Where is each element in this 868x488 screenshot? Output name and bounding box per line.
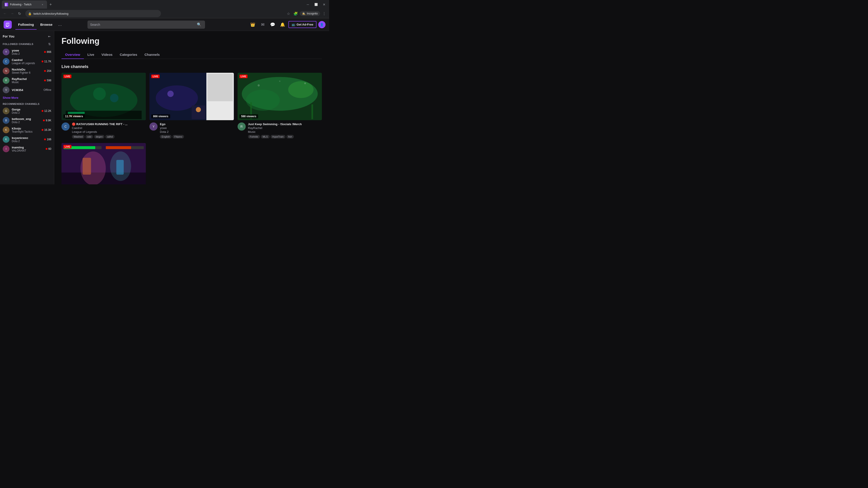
window-minimize-button[interactable]: ─ (305, 1, 311, 8)
get-ad-free-button[interactable]: 📺 Get Ad-Free (288, 21, 316, 28)
tabs-nav: Overview Live Videos Categories Channels (61, 51, 322, 59)
card-tag-fish[interactable]: fish (286, 135, 294, 138)
tab-videos[interactable]: Videos (98, 51, 116, 59)
card-streamer-name-rayrachel: RayRachel (248, 126, 322, 130)
live-dot-inamiing (46, 148, 48, 150)
channel-name-kuyanicwxc: kuyanicwxc (12, 136, 42, 140)
svg-point-14 (196, 107, 201, 112)
incognito-button[interactable]: 🕵 Incognito (300, 11, 320, 16)
channel-info-nuckledu: NuckleDu Street Fighter 6 (12, 68, 42, 74)
notification-button[interactable]: 🔔 (278, 21, 287, 29)
card-stream-title-caedrel: 🔴 RATAYUSI69 RUNNING THE RIFT - ... (72, 123, 146, 126)
card-tag-english[interactable]: English (160, 135, 172, 138)
channel-game-k3soju: Teamfight Tactics (12, 130, 39, 133)
sidebar-channel-yowe[interactable]: Y yowe Dota 2 866 (0, 47, 54, 57)
channel-game-nuckledu: Street Fighter 6 (12, 71, 42, 74)
window-close-button[interactable]: ✕ (321, 1, 327, 8)
channel-card-yowe[interactable]: LIVE 866 viewers Y Ego yowe Dota 2 Engli… (149, 73, 234, 139)
address-text: twitch.tv/directory/following (33, 12, 158, 15)
channel-name-gorge: Gorge (12, 108, 39, 111)
sidebar-channel-inamiing[interactable]: I inamiing VALORANT 60 (0, 144, 54, 154)
live-dot-betboom (43, 120, 45, 121)
svg-point-21 (279, 80, 281, 82)
sidebar-channel-caedrel[interactable]: C Caedrel League of Legends 11.7K (0, 57, 54, 66)
sidebar-channel-rayrachel[interactable]: R RayRachel Music 598 (0, 76, 54, 85)
nav-following[interactable]: Following (16, 21, 37, 28)
card-tag-xdd[interactable]: xdd (86, 135, 93, 138)
tab-overview[interactable]: Overview (61, 51, 84, 59)
channel-game-caedrel: League of Legends (12, 62, 39, 65)
sidebar-channel-gorge[interactable]: G Gorge Dota 2 12.2K (0, 106, 54, 116)
nav-more-button[interactable]: … (56, 21, 64, 28)
card-tag-filipino[interactable]: Filipino (173, 135, 184, 138)
window-maximize-button[interactable]: ⬜ (313, 1, 319, 8)
channel-info-kuyanicwxc: kuyanicwxc Dota 2 (12, 136, 42, 143)
channel-name-inamiing: inamiing (12, 146, 43, 149)
twitch-search: 🔍 (88, 21, 205, 29)
channel-viewers-rayrachel: 598 (44, 79, 51, 82)
bookmark-button[interactable]: ☆ (285, 10, 291, 17)
sidebar: For You ⇤ FOLLOWED CHANNELS ⇅ Y yowe Dot… (0, 31, 54, 184)
card-tag-adhd[interactable]: adhd (105, 135, 114, 138)
channel-card-rayrachel[interactable]: LIVE 598 viewers R Just Keep Swimming - … (238, 73, 322, 139)
page-title: Following (61, 36, 322, 46)
forward-button[interactable]: → (9, 10, 16, 17)
new-tab-button[interactable]: + (48, 1, 54, 8)
refresh-button[interactable]: ↻ (16, 10, 23, 17)
browser-tab[interactable]: ▌ Following - Twitch × (2, 0, 47, 8)
sidebar-channel-k3soju[interactable]: K k3soju Teamfight Tactics 16.3K (0, 125, 54, 135)
channel-card-caedrel[interactable]: LIVE 11.7K viewers C 🔴 RATAYUSI69 RUNNIN… (61, 73, 146, 139)
card-thumb-image-yowe (149, 73, 234, 120)
card-thumbnail-nuckledu: LIVE (61, 143, 146, 184)
search-button[interactable]: 🔍 (196, 22, 202, 27)
viewers-badge-caedrel: 11.7K viewers (63, 114, 85, 119)
sidebar-channel-nuckledu[interactable]: N NuckleDu Street Fighter 6 204 (0, 66, 54, 76)
card-avatar-caedrel: C (61, 123, 70, 131)
card-tag-fortnite[interactable]: Fortnite (248, 135, 260, 138)
back-button[interactable]: ← (2, 10, 8, 17)
channel-info-gorge: Gorge Dota 2 (12, 108, 39, 114)
card-avatar-rayrachel: R (238, 123, 246, 131)
card-tag-hypetrain[interactable]: HypeTrain (271, 135, 285, 138)
sidebar-channel-betboom[interactable]: B betboom_eng Dota 2 9.9K (0, 116, 54, 125)
card-thumbnail-rayrachel: LIVE 598 viewers (238, 73, 322, 120)
crown-button[interactable]: 👑 (249, 21, 257, 29)
user-avatar[interactable]: 👤 (318, 21, 326, 28)
card-tag-degen[interactable]: degen (94, 135, 105, 138)
recommended-channels-title: RECOMMENDED CHANNELS (3, 103, 39, 105)
nav-browse[interactable]: Browse (37, 21, 55, 28)
live-dot-gorge (41, 110, 43, 112)
card-tags-caedrel: Washed xdd degen adhd (72, 135, 146, 138)
search-input[interactable] (90, 23, 194, 26)
sidebar-channel-vcm354[interactable]: V VCM354 Offline (0, 85, 54, 95)
card-tag-mls[interactable]: MLS (261, 135, 270, 138)
sidebar-channel-kuyanicwxc[interactable]: K kuyanicwxc Dota 2 166 (0, 135, 54, 144)
svg-rect-34 (106, 146, 131, 149)
tab-close-button[interactable]: × (41, 3, 44, 6)
address-bar[interactable]: 🔒 twitch.tv/directory/following (25, 10, 161, 17)
svg-point-19 (288, 81, 313, 98)
tab-categories[interactable]: Categories (116, 51, 141, 59)
collapse-sidebar-button[interactable]: ⇤ (48, 34, 51, 39)
search-container: 🔍 (88, 21, 205, 29)
twitch-logo[interactable] (4, 21, 12, 29)
extensions-button[interactable]: 🧩 (292, 10, 299, 17)
chat-button[interactable]: 💬 (269, 21, 277, 29)
tab-channels[interactable]: Channels (141, 51, 163, 59)
tv-icon: 📺 (291, 23, 295, 26)
browser-menu-button[interactable]: ⋮ (321, 10, 327, 17)
sort-channels-button[interactable]: ⇅ (48, 42, 51, 46)
card-tag-washed[interactable]: Washed (72, 135, 85, 138)
viewers-badge-rayrachel: 598 viewers (239, 114, 258, 119)
live-channels-grid-2: LIVE (61, 143, 322, 184)
card-details-yowe: Ego yowe Dota 2 English Filipino (160, 123, 234, 138)
channel-info-inamiing: inamiing VALORANT (12, 146, 43, 152)
show-more-button[interactable]: Show More (0, 95, 54, 101)
live-channels-grid: LIVE 11.7K viewers C 🔴 RATAYUSI69 RUNNIN… (61, 73, 322, 139)
channel-game-yowe: Dota 2 (12, 52, 42, 55)
for-you-label: For You (3, 35, 14, 38)
tab-live[interactable]: Live (84, 51, 98, 59)
channel-card-nuckledu[interactable]: LIVE (61, 143, 146, 184)
mail-button[interactable]: ✉ (258, 21, 267, 29)
incognito-label: Incognito (307, 12, 318, 15)
